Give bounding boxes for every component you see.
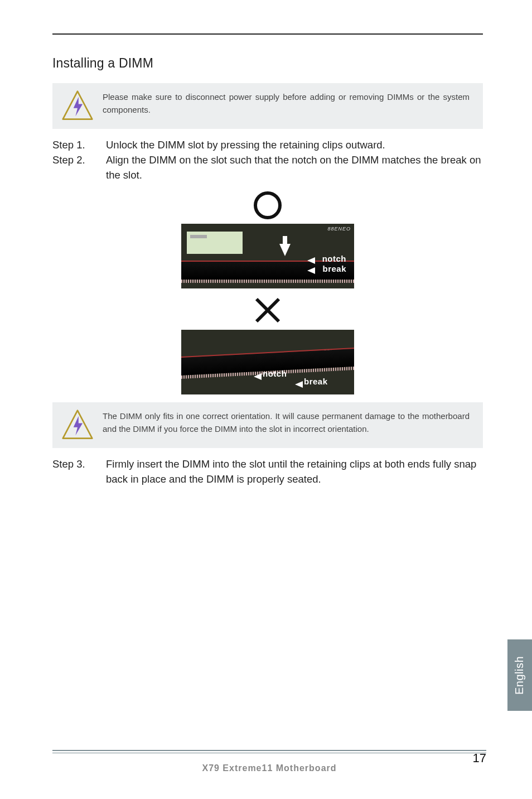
lightning-warning-icon (52, 409, 103, 441)
step-body: Unlock the DIMM slot by pressing the ret… (106, 138, 483, 153)
callout-text: The DIMM only fits in one correct orient… (103, 409, 470, 435)
callout-warning-power: Please make sure to disconnect power sup… (52, 83, 483, 129)
step-label: Step 1. (52, 138, 106, 153)
dimm-orientation-figure: 88ENEO notch break 88ENEON notch break (52, 189, 483, 394)
page-footer: X79 Extreme11 Motherboard 17 (52, 750, 486, 773)
step-3: Step 3. Firmly insert the DIMM into the … (52, 457, 483, 487)
figure-photo-correct: 88ENEO notch break (181, 224, 354, 288)
step-1: Step 1. Unlock the DIMM slot by pressing… (52, 138, 483, 153)
callout-warning-orientation: The DIMM only fits in one correct orient… (52, 402, 483, 448)
language-tab-label: English (514, 656, 526, 694)
figure-photo-incorrect: 88ENEON notch break (181, 330, 354, 394)
language-tab: English (507, 639, 532, 711)
incorrect-cross-icon (252, 294, 283, 326)
label-break: break (322, 264, 346, 273)
svg-point-2 (255, 193, 280, 218)
step-label: Step 2. (52, 153, 106, 183)
correct-circle-icon (252, 189, 283, 222)
step-body: Align the DIMM on the slot such that the… (106, 153, 483, 183)
label-notch: notch (263, 369, 287, 378)
step-2: Step 2. Align the DIMM on the slot such … (52, 153, 483, 183)
label-break: break (304, 377, 328, 386)
label-notch: notch (322, 254, 346, 263)
page-number: 17 (458, 751, 486, 766)
step-label: Step 3. (52, 457, 106, 487)
section-heading: Installing a DIMM (52, 56, 483, 71)
lightning-warning-icon (52, 90, 103, 122)
footer-title: X79 Extreme11 Motherboard (80, 763, 458, 773)
step-body: Firmly insert the DIMM into the slot unt… (106, 457, 483, 487)
callout-text: Please make sure to disconnect power sup… (103, 90, 470, 116)
